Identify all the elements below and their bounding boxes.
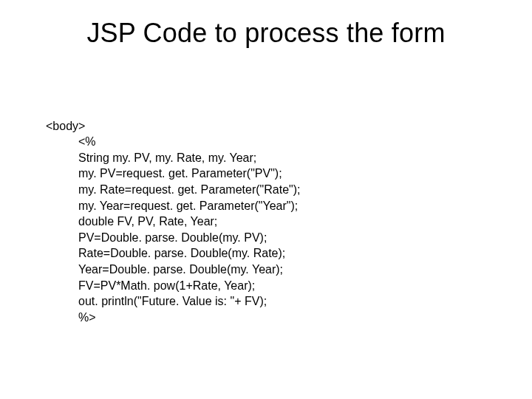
code-line: <body>: [46, 120, 85, 132]
slide: JSP Code to process the form <body> <%St…: [0, 0, 532, 399]
code-line: my. Year=request. get. Parameter("Year")…: [46, 198, 301, 214]
code-block: <body> <%String my. PV, my. Rate, my. Ye…: [46, 102, 301, 358]
code-line: PV=Double. parse. Double(my. PV);: [46, 230, 301, 246]
code-line: out. println("Future. Value is: "+ FV);: [46, 293, 301, 310]
slide-title: JSP Code to process the form: [0, 18, 532, 49]
code-line: double FV, PV, Rate, Year;: [46, 214, 301, 230]
code-line: String my. PV, my. Rate, my. Year;: [46, 150, 301, 166]
code-line: my. Rate=request. get. Parameter("Rate")…: [46, 182, 301, 198]
code-line: %>: [46, 310, 301, 326]
code-line: Rate=Double. parse. Double(my. Rate);: [46, 245, 301, 262]
code-line: <%: [46, 134, 301, 150]
code-line: FV=PV*Math. pow(1+Rate, Year);: [46, 278, 301, 294]
code-line: Year=Double. parse. Double(my. Year);: [46, 262, 301, 278]
code-line: my. PV=request. get. Parameter("PV");: [46, 166, 301, 182]
